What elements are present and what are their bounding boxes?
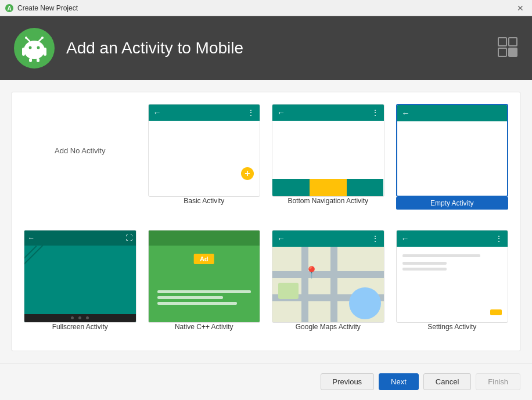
activity-item-fullscreen[interactable]: ← ⛶ Fullscreen Activity bbox=[24, 230, 136, 340]
basic-activity-preview: ← ⋮ + bbox=[148, 104, 261, 197]
svg-rect-14 bbox=[509, 38, 517, 46]
app-icon: A bbox=[5, 3, 14, 13]
map-label: Google Maps Activity bbox=[296, 323, 361, 331]
ad-toolbar bbox=[149, 230, 260, 246]
finish-button[interactable]: Finish bbox=[476, 373, 520, 390]
svg-rect-16 bbox=[509, 48, 517, 56]
help-icon bbox=[497, 37, 518, 60]
map-toolbar: ← ⋮ bbox=[272, 230, 384, 247]
dialog: Add an Activity to Mobile Add No Activit… bbox=[0, 16, 532, 400]
title-bar-text: Create New Project bbox=[17, 4, 513, 12]
activity-item-basic[interactable]: ← ⋮ + Basic Activity bbox=[148, 104, 261, 218]
nav-item-1 bbox=[272, 179, 310, 196]
svg-rect-11 bbox=[29, 58, 32, 62]
empty-activity-label: Empty Activity bbox=[396, 197, 509, 210]
activity-grid: Add No Activity ← ⋮ + Basic Activity bbox=[12, 92, 520, 351]
activity-item-map[interactable]: ← ⋮ 📍 Google Maps Activity bbox=[272, 230, 384, 340]
no-activity-label: Add No Activity bbox=[55, 146, 105, 155]
ad-badge: Ad bbox=[194, 254, 214, 264]
bottom-nav-bar bbox=[272, 179, 384, 196]
svg-point-6 bbox=[25, 37, 27, 39]
empty-activity-preview: ← bbox=[396, 104, 509, 197]
svg-point-2 bbox=[24, 41, 45, 59]
settings-fab bbox=[490, 309, 502, 315]
fullscreen-diagonal bbox=[24, 246, 136, 322]
close-button[interactable]: ✕ bbox=[513, 2, 527, 14]
dialog-header: Add an Activity to Mobile bbox=[0, 16, 532, 80]
ad-content bbox=[157, 290, 251, 308]
android-logo-icon bbox=[20, 34, 49, 63]
svg-text:A: A bbox=[7, 5, 11, 12]
settings-toolbar: ← ⋮ bbox=[397, 230, 508, 247]
empty-toolbar: ← bbox=[397, 105, 508, 121]
activity-item-empty[interactable]: ← Empty Activity bbox=[396, 104, 509, 218]
fullscreen-toolbar: ← ⛶ bbox=[24, 230, 136, 246]
basic-fab: + bbox=[241, 167, 254, 180]
settings-preview: ← ⋮ bbox=[396, 230, 509, 323]
ad-label: Native C++ Activity bbox=[175, 323, 233, 331]
fullscreen-preview: ← ⛶ bbox=[24, 230, 136, 323]
cancel-button[interactable]: Cancel bbox=[423, 373, 471, 390]
ad-activity-preview: Ad bbox=[148, 230, 261, 323]
svg-rect-15 bbox=[498, 48, 506, 56]
activity-item-ad[interactable]: Ad Native C++ Activity bbox=[148, 230, 261, 340]
no-activity-preview: Add No Activity bbox=[24, 104, 136, 197]
settings-label: Settings Activity bbox=[427, 323, 476, 331]
svg-rect-12 bbox=[37, 58, 39, 62]
android-logo bbox=[14, 28, 55, 69]
nav-item-2 bbox=[310, 179, 347, 196]
svg-rect-10 bbox=[44, 48, 46, 56]
previous-button[interactable]: Previous bbox=[321, 373, 375, 390]
basic-toolbar: ← ⋮ bbox=[149, 104, 260, 121]
bottom-nav-preview: ← ⋮ bbox=[272, 104, 384, 197]
svg-point-3 bbox=[29, 46, 32, 49]
phone-bottom-bar bbox=[24, 314, 136, 322]
activity-item-settings[interactable]: ← ⋮ Settings Activity bbox=[396, 230, 509, 340]
activity-item-bottom-nav[interactable]: ← ⋮ Bottom Navigation Activity bbox=[272, 104, 384, 218]
dialog-title: Add an Activity to Mobile bbox=[66, 39, 243, 57]
fullscreen-label: Fullscreen Activity bbox=[52, 323, 108, 331]
dialog-footer: Previous Next Cancel Finish bbox=[0, 363, 532, 400]
dialog-content: Add No Activity ← ⋮ + Basic Activity bbox=[0, 80, 532, 363]
svg-rect-9 bbox=[22, 48, 25, 56]
bottom-nav-label: Bottom Navigation Activity bbox=[287, 197, 368, 205]
map-preview: ← ⋮ 📍 bbox=[272, 230, 384, 323]
basic-activity-label: Basic Activity bbox=[184, 197, 224, 205]
nav-item-3 bbox=[347, 179, 384, 196]
activity-item-no-activity[interactable]: Add No Activity bbox=[24, 104, 136, 218]
next-button[interactable]: Next bbox=[379, 373, 419, 390]
svg-point-4 bbox=[37, 46, 40, 49]
svg-point-8 bbox=[41, 37, 44, 39]
svg-rect-13 bbox=[498, 38, 506, 46]
bottom-nav-toolbar: ← ⋮ bbox=[272, 104, 384, 121]
title-bar: A Create New Project ✕ bbox=[0, 0, 532, 16]
